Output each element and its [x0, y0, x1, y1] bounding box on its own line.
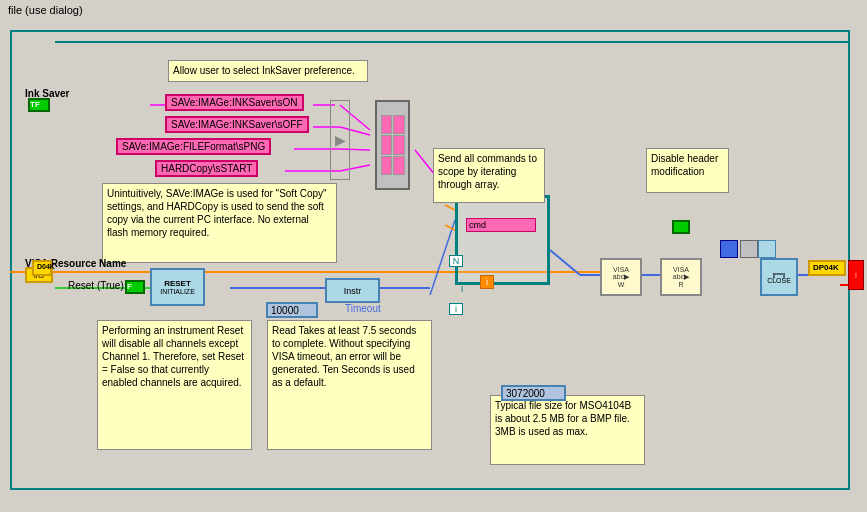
sav-inksaver-on-ctrl[interactable]: SAVe:IMAGe:INKSaver\sON [165, 94, 304, 111]
comment-send-commands: Send all commands to scope by iterating … [433, 148, 545, 203]
dp04k-block-right[interactable]: DP04K [808, 260, 846, 276]
comment-reset: Performing an instrument Reset will disa… [97, 320, 252, 450]
comment-unintuitively: Unintuitively, SAVe:IMAGe is used for "S… [102, 183, 337, 263]
comment-disable-header: Disable header modification [646, 148, 729, 193]
reset-label: Reset (True) [68, 280, 124, 291]
dp04k-block-left[interactable]: D04K [32, 260, 52, 276]
blue-indicator-1 [720, 240, 738, 258]
comment-readtakes: Read Takes at least 7.5 seconds to compl… [267, 320, 432, 450]
for-loop-i-label: i [461, 283, 463, 294]
loop-i-indicator: i [480, 275, 494, 289]
for-loop: N i cmd [455, 195, 550, 285]
visa-write-block[interactable]: VISA abc▶ W [600, 258, 642, 296]
timeout-numeric[interactable]: 10000 [266, 302, 318, 318]
ink-saver-bool[interactable] [28, 98, 50, 112]
instr-subvi[interactable]: Instr [325, 278, 380, 303]
initialize-subvi[interactable]: RESET INITIALIZE [150, 268, 205, 306]
timeout-label: Timeout [345, 303, 381, 314]
visa-read-block[interactable]: VISA abc▶ R [660, 258, 702, 296]
error-indicator: ! [848, 260, 864, 290]
header-disable-bool[interactable] [672, 220, 690, 234]
loop-i-terminal: i [449, 303, 463, 315]
build-array-block [375, 100, 410, 190]
window-title: file (use dialog) [8, 4, 83, 16]
main-canvas: file (use dialog) [0, 0, 867, 512]
loop-string-indicator: cmd [466, 218, 536, 232]
gray-indicator-1 [740, 240, 758, 258]
light-blue-indicator [758, 240, 776, 258]
hardcopy-ctrl[interactable]: HARDCopy\sSTART [155, 160, 258, 177]
loop-n-terminal: N [449, 255, 463, 267]
sav-fileformat-ctrl[interactable]: SAVe:IMAGe:FILEFormat\sPNG [116, 138, 271, 155]
comment-typical-file: Typical file size for MSO4104B is about … [490, 395, 645, 465]
build-array-icon: ▶ [330, 100, 350, 180]
comment-allow-user: Allow user to select InkSaver preference… [168, 60, 368, 82]
close-subvi[interactable]: ╔═╗ CLOSE [760, 258, 798, 296]
buffer-size-numeric[interactable]: 3072000 [501, 385, 566, 401]
reset-bool[interactable] [125, 280, 145, 294]
sav-inksaver-off-ctrl[interactable]: SAVe:IMAGe:INKSaver\sOFF [165, 116, 309, 133]
